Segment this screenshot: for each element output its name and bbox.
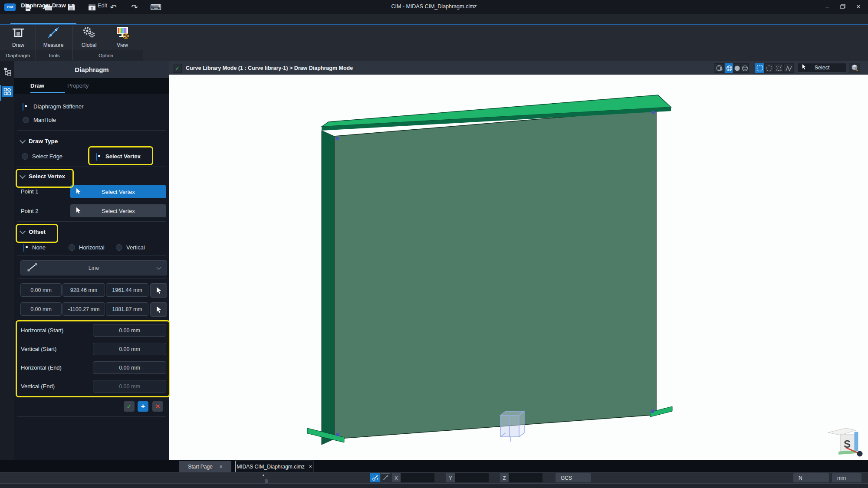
cursor-icon <box>802 64 806 72</box>
force-unit-value: N <box>799 475 802 481</box>
divider <box>17 320 166 320</box>
radio-select-edge[interactable] <box>22 153 28 160</box>
restore-button[interactable] <box>836 0 850 13</box>
select-rectangle-icon[interactable] <box>755 63 764 73</box>
girder-model[interactable] <box>307 95 672 445</box>
global-gears-icon <box>82 26 96 41</box>
tab-draw[interactable]: Draw <box>30 79 44 92</box>
snap-toggle-icon[interactable] <box>370 473 380 482</box>
radio-offset-none[interactable] <box>23 244 24 252</box>
start-y-input[interactable]: 928.46 mm <box>62 283 105 297</box>
radio-offset-vertical[interactable] <box>116 244 122 251</box>
radio-select-vertex-label: Select Vertex <box>105 153 141 160</box>
select-fence-icon[interactable] <box>783 63 794 73</box>
point1-select-vertex-button[interactable]: Select Vertex <box>70 185 166 198</box>
window-bottom-edge <box>0 483 868 488</box>
radio-manhole[interactable] <box>23 117 29 123</box>
tab-property[interactable]: Property <box>67 79 89 92</box>
x-coordinate-input[interactable] <box>401 473 434 482</box>
shape-dropdown-value: Line <box>89 265 99 271</box>
horizontal-end-label: Horizontal (End) <box>21 364 62 371</box>
isometric-view-icon[interactable] <box>849 63 860 72</box>
view-button[interactable]: View <box>108 26 136 49</box>
close-icon[interactable]: × <box>220 464 223 470</box>
coordinate-system-dropdown[interactable]: GCS <box>556 473 591 482</box>
z-coordinate-input[interactable] <box>509 473 542 482</box>
tab-document[interactable]: MIDAS CIM_Diaphragm.cimz × <box>235 461 313 472</box>
shade-solid-icon[interactable] <box>733 63 741 73</box>
close-button[interactable]: ✕ <box>852 0 865 13</box>
tab-draw-underline <box>30 92 65 93</box>
shape-dropdown[interactable]: Line <box>20 260 167 275</box>
horizontal-end-input[interactable]: 0.00 mm <box>93 361 166 374</box>
ribbon-tab-edit[interactable]: Edit <box>85 0 120 10</box>
pick-end-point-button[interactable] <box>150 302 167 317</box>
model-3d[interactable] <box>169 75 868 460</box>
end-z-input[interactable]: 1881.87 mm <box>106 302 148 316</box>
select-mode-dropdown[interactable]: Select <box>798 63 846 72</box>
length-unit-dropdown[interactable]: mm <box>832 473 861 482</box>
panel-title: Diaphragm <box>14 61 169 78</box>
add-button[interactable]: + <box>138 401 148 412</box>
length-unit-value: mm <box>837 475 846 481</box>
orbit-lock-icon[interactable] <box>714 63 724 73</box>
point2-select-vertex-button[interactable]: Select Vertex <box>70 204 166 217</box>
shade-edges-icon[interactable] <box>741 63 749 73</box>
ribbon-tab-diaphragm-draw[interactable]: Diaphragm Draw <box>9 0 78 10</box>
section-offset-label: Offset <box>29 229 46 235</box>
radio-offset-horizontal[interactable] <box>69 244 75 251</box>
point2-label: Point 2 <box>21 208 38 214</box>
chevron-down-icon <box>20 228 26 234</box>
vertical-start-input[interactable]: 0.00 mm <box>93 343 166 355</box>
section-offset[interactable]: Offset <box>20 229 46 235</box>
radio-offset-horizontal-label: Horizontal <box>79 244 105 251</box>
end-x-input[interactable]: 0.00 mm <box>20 302 62 316</box>
minimize-button[interactable]: – <box>820 0 834 13</box>
tab-document-label: MIDAS CIM_Diaphragm.cimz <box>237 464 305 470</box>
chevron-down-icon <box>156 265 161 269</box>
select-circle-icon[interactable] <box>764 63 774 73</box>
section-select-vertex[interactable]: Select Vertex <box>20 173 65 180</box>
line-shape-icon <box>27 262 38 274</box>
tab-start-page[interactable]: Start Page × <box>179 461 231 472</box>
radio-select-vertex[interactable] <box>96 153 97 161</box>
keyboard-icon[interactable]: ⌨ <box>151 3 161 11</box>
divider <box>17 416 166 417</box>
ribbon-tab-bar <box>0 14 868 25</box>
view-cube[interactable]: S <box>827 424 868 457</box>
radio-manhole-label: ManHole <box>33 117 56 123</box>
section-select-vertex-label: Select Vertex <box>29 173 65 180</box>
start-x-input[interactable]: 0.00 mm <box>20 283 62 297</box>
measure-button[interactable]: Measure <box>39 26 67 49</box>
vertical-end-input[interactable]: 0.00 mm <box>93 380 166 393</box>
y-coordinate-input[interactable] <box>455 473 489 482</box>
confirm-button[interactable]: ✓ <box>124 401 135 412</box>
draw-button[interactable]: Draw <box>4 26 32 49</box>
radio-diaphragm-stiffener[interactable] <box>23 103 23 111</box>
tab-start-page-label: Start Page <box>188 464 213 470</box>
ortho-angle-icon[interactable] <box>381 473 390 482</box>
delete-button[interactable]: × <box>152 401 163 412</box>
select-polygon-icon[interactable] <box>774 63 783 73</box>
global-button[interactable]: Global <box>75 26 103 49</box>
close-icon[interactable]: × <box>309 464 312 470</box>
modules-icon[interactable] <box>2 86 13 97</box>
redo-icon[interactable]: ↷ <box>129 3 140 11</box>
active-tab-underline <box>10 23 76 24</box>
point1-label: Point 1 <box>21 188 38 195</box>
model-tree-icon[interactable] <box>2 66 13 77</box>
view-monitor-icon <box>115 26 130 41</box>
pick-start-point-button[interactable] <box>150 283 167 298</box>
panel-expand-arrow[interactable]: ▲ <box>262 473 265 477</box>
end-y-input[interactable]: -1100.27 mm <box>62 302 105 316</box>
horizontal-start-input[interactable]: 0.00 mm <box>93 324 166 337</box>
start-z-input[interactable]: 1961.44 mm <box>106 283 148 297</box>
horizontal-start-label: Horizontal (Start) <box>21 327 63 334</box>
divider <box>17 167 166 167</box>
cursor-icon <box>76 188 81 196</box>
z-coordinate-label: Z <box>500 473 509 482</box>
measure-icon <box>46 26 60 41</box>
shade-wireframe-icon[interactable] <box>725 63 733 73</box>
section-draw-type[interactable]: Draw Type <box>20 138 58 144</box>
force-unit-dropdown[interactable]: N <box>793 473 829 482</box>
